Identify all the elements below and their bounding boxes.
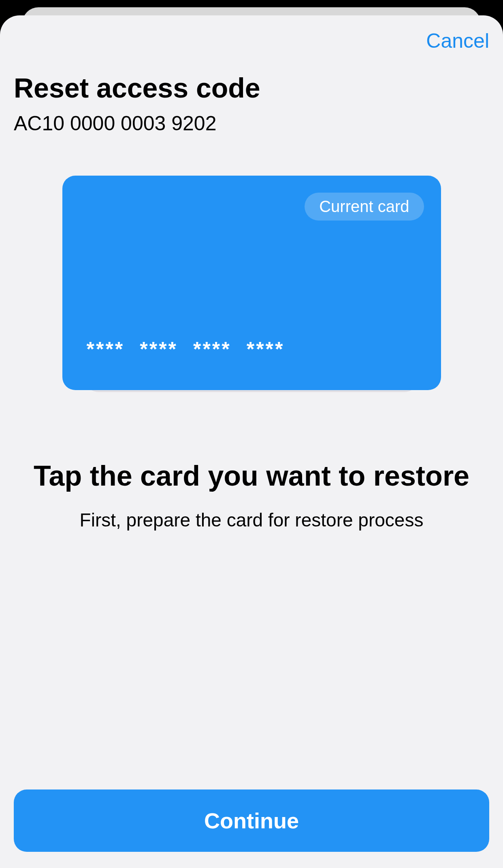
continue-button[interactable]: Continue xyxy=(14,789,489,852)
modal-sheet: Cancel Reset access code AC10 0000 0003 … xyxy=(0,15,503,868)
header-row: Cancel xyxy=(14,29,489,53)
card-masked-number: **** **** **** **** xyxy=(87,337,285,361)
access-code-label: AC10 0000 0003 9202 xyxy=(14,112,489,135)
cancel-button[interactable]: Cancel xyxy=(426,29,489,53)
current-card-badge: Current card xyxy=(305,193,424,221)
instruction-title: Tap the card you want to restore xyxy=(14,459,489,493)
instruction-section: Tap the card you want to restore First, … xyxy=(14,459,489,789)
current-card[interactable]: Current card **** **** **** **** xyxy=(62,176,441,390)
page-title: Reset access code xyxy=(14,72,489,104)
card-container: Current card **** **** **** **** xyxy=(14,176,489,390)
instruction-subtitle: First, prepare the card for restore proc… xyxy=(14,509,489,531)
